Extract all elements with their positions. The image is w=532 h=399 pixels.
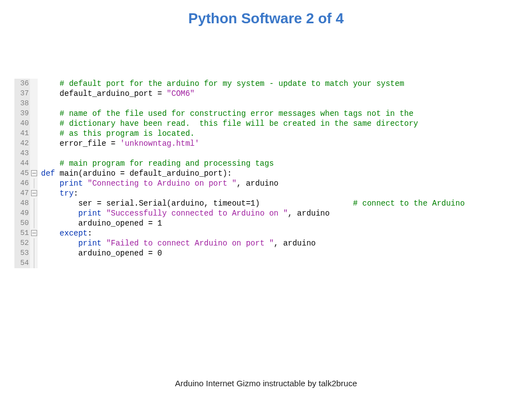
page-title: Python Software 2 of 4 xyxy=(0,10,532,27)
line-number: 46 xyxy=(14,178,30,188)
line-number: 50 xyxy=(14,218,30,228)
line-number: 40 xyxy=(14,119,30,129)
line-number: 51 xyxy=(14,228,30,238)
line-number: 54 xyxy=(14,258,30,268)
line-number: 49 xyxy=(14,208,30,218)
code-line: 50 arduino_opened = 1 xyxy=(14,218,514,228)
fold-toggle[interactable] xyxy=(30,168,38,178)
fold-toggle[interactable] xyxy=(30,188,38,198)
code-editor: 36 # default port for the arduino for my… xyxy=(14,79,514,268)
code-line: 38 xyxy=(14,99,514,109)
code-line: 37 default_arduino_port = "COM6" xyxy=(14,89,514,99)
line-number: 42 xyxy=(14,139,30,149)
code-line: 36 # default port for the arduino for my… xyxy=(14,79,514,89)
line-number: 45 xyxy=(14,168,30,178)
fold-gutter xyxy=(30,79,38,89)
code-line: 49 print "Successfully connected to Ardu… xyxy=(14,208,514,218)
code-line: 42 error_file = 'unknowntag.html' xyxy=(14,139,514,149)
code-line: 53 arduino_opened = 0 xyxy=(14,248,514,258)
code-line: 54 xyxy=(14,258,514,268)
code-line: 51 except: xyxy=(14,228,514,238)
code-line: 48 ser = serial.Serial(arduino, timeout=… xyxy=(14,198,514,208)
footer-text: Arduino Internet Gizmo instructable by t… xyxy=(0,378,532,388)
line-number: 39 xyxy=(14,109,30,119)
comment: # default port for the arduino for my sy… xyxy=(60,79,405,88)
line-number: 47 xyxy=(14,188,30,198)
code-line: 47 try: xyxy=(14,188,514,198)
line-number: 52 xyxy=(14,238,30,248)
line-number: 37 xyxy=(14,89,30,99)
code-line: 39 # name of the file used for construct… xyxy=(14,109,514,119)
code-line: 43 xyxy=(14,149,514,158)
code-line: 41 # as this program is located. xyxy=(14,129,514,139)
line-number: 41 xyxy=(14,129,30,139)
code-line: 45 def main(arduino = default_arduino_po… xyxy=(14,168,514,178)
line-number: 44 xyxy=(14,158,30,168)
line-number: 36 xyxy=(14,79,30,89)
line-number: 48 xyxy=(14,198,30,208)
fold-toggle[interactable] xyxy=(30,228,38,238)
code-line: 40 # dictionary have been read. this fil… xyxy=(14,119,514,129)
code-line: 44 # main program for reading and proces… xyxy=(14,158,514,168)
line-number: 53 xyxy=(14,248,30,258)
code-line: 46 print "Connecting to Arduino on port … xyxy=(14,178,514,188)
code-line: 52 print "Failed to connect Arduino on p… xyxy=(14,238,514,248)
line-number: 38 xyxy=(14,99,30,109)
line-number: 43 xyxy=(14,149,30,158)
